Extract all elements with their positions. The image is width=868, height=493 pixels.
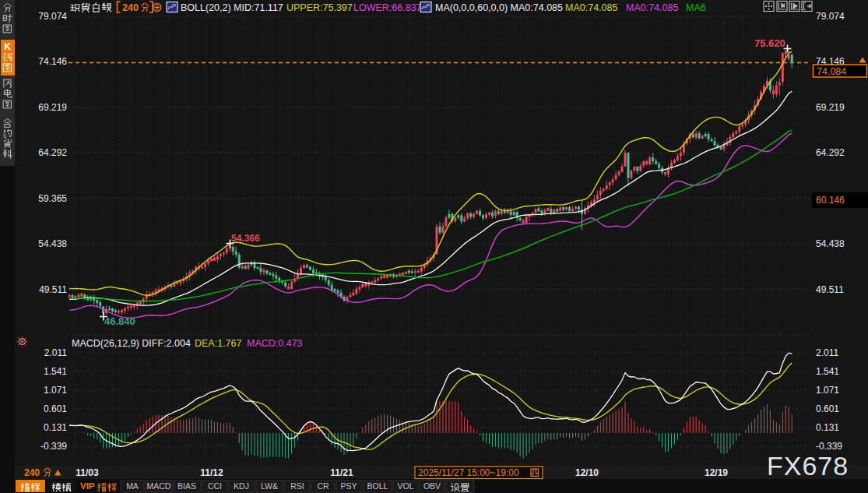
svg-text:-0.339: -0.339 [816,441,842,452]
svg-text:12/10: 12/10 [575,467,599,478]
svg-text:LOWER:66.837: LOWER:66.837 [353,2,422,13]
svg-text:59.365: 59.365 [38,193,67,204]
svg-text:69.219: 69.219 [38,102,67,113]
svg-text:2.011: 2.011 [816,347,838,358]
svg-text:MA6: MA6 [686,2,706,13]
svg-text:240: 240 [24,467,40,478]
svg-text:RSI: RSI [290,481,304,491]
svg-text:MA0:74.085: MA0:74.085 [626,2,678,13]
svg-text:12/19: 12/19 [705,467,728,478]
svg-text:1.071: 1.071 [44,385,67,396]
svg-text:VOL: VOL [397,481,413,491]
svg-text:75.620: 75.620 [754,37,785,49]
svg-text:60.146: 60.146 [816,195,845,206]
svg-text:CCI: CCI [208,481,222,491]
svg-text:11/12: 11/12 [200,467,223,478]
svg-text:54.438: 54.438 [816,238,845,249]
svg-text:0.131: 0.131 [44,422,67,433]
svg-text:54.438: 54.438 [38,238,67,249]
svg-text:74.084: 74.084 [817,66,846,77]
svg-text:MACD: MACD [147,481,171,491]
svg-text:64.292: 64.292 [38,147,67,158]
svg-text:79.074: 79.074 [816,11,845,22]
svg-text:69.219: 69.219 [816,102,845,113]
svg-text:LW&: LW& [261,481,278,491]
svg-text:240: 240 [122,2,139,13]
svg-text:VIP: VIP [80,481,95,491]
svg-text:0.601: 0.601 [44,403,67,414]
svg-text:DEA:1.767: DEA:1.767 [195,338,242,349]
svg-text:UPPER:75.397: UPPER:75.397 [286,2,353,13]
svg-text:49.511: 49.511 [816,284,844,295]
svg-text:MA0:74.085: MA0:74.085 [565,2,617,13]
svg-text:54.366: 54.366 [231,233,260,244]
svg-text:11/03: 11/03 [76,467,99,478]
svg-text:2.011: 2.011 [44,347,67,358]
svg-text:FX678: FX678 [767,451,849,481]
svg-text:BIAS: BIAS [177,481,196,491]
svg-text:K: K [4,41,11,52]
svg-text:BOLL: BOLL [367,481,388,491]
svg-text:2025/11/27 15:00~19:00: 2025/11/27 15:00~19:00 [418,467,519,478]
svg-text:1.541: 1.541 [44,366,67,377]
svg-text:MA(0,0,0,60,0,0) MA0:74.085: MA(0,0,0,60,0,0) MA0:74.085 [435,2,563,13]
svg-text:11/21: 11/21 [330,467,353,478]
svg-text:MACD(26,12,9) DIFF:2.004: MACD(26,12,9) DIFF:2.004 [72,338,191,349]
svg-text:MACD:0.473: MACD:0.473 [247,338,303,349]
svg-text:74.146: 74.146 [38,56,67,67]
svg-text:-0.339: -0.339 [40,441,67,452]
svg-text:64.292: 64.292 [816,147,845,158]
svg-text:PSY: PSY [340,481,357,491]
svg-text:KDJ: KDJ [234,481,249,491]
svg-text:BOLL(20,2) MID:71.117: BOLL(20,2) MID:71.117 [181,2,283,13]
svg-text:1.071: 1.071 [816,385,839,396]
svg-text:CR: CR [317,481,329,491]
svg-text:0.601: 0.601 [816,403,839,414]
svg-text:MA: MA [126,481,139,491]
svg-text:1.541: 1.541 [816,366,839,377]
svg-text:46.840: 46.840 [104,315,135,327]
svg-text:79.074: 79.074 [38,11,67,22]
svg-text:0.131: 0.131 [816,422,839,433]
svg-text:49.511: 49.511 [39,284,67,295]
svg-text:OBV: OBV [423,481,441,491]
